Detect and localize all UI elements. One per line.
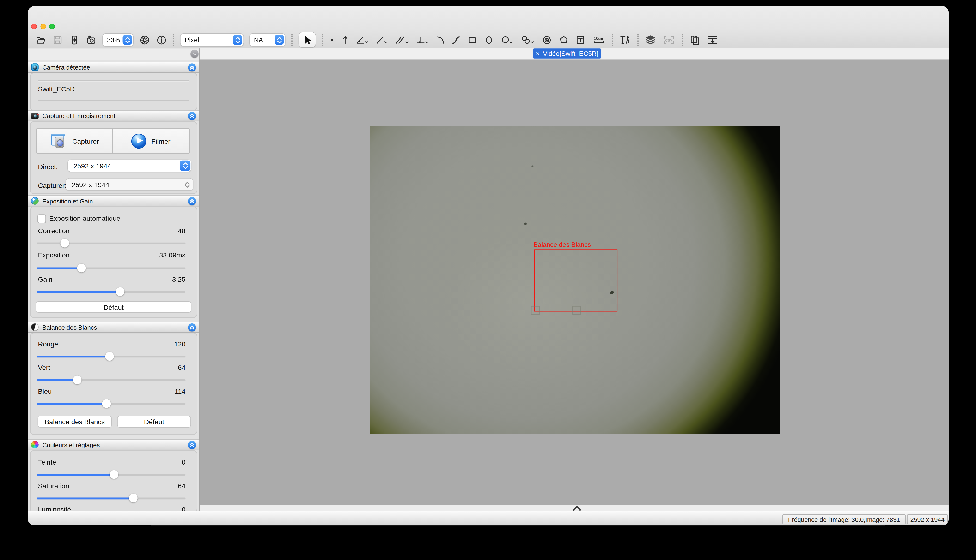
section-title: Balance des Blancs — [42, 324, 97, 331]
zoom-level-select[interactable]: 33% — [103, 33, 133, 46]
blue-slider[interactable] — [37, 399, 186, 408]
slider-thumb[interactable] — [77, 264, 86, 272]
objective-na-select[interactable]: NA — [249, 33, 285, 46]
collapse-section-button[interactable] — [188, 197, 196, 205]
status-bar: Fréquence de l'Image: 30.0,Image: 7831 2… — [28, 510, 949, 525]
roi-handle[interactable] — [572, 306, 581, 315]
dust-speck — [531, 165, 533, 167]
slider-thumb[interactable] — [60, 239, 69, 247]
slider-label: Gain — [38, 275, 52, 283]
exposure-slider[interactable] — [37, 264, 186, 272]
snap-resolution-label: Capturer: — [38, 182, 67, 189]
video-tab[interactable]: × Vidéo[Swift_EC5R] — [533, 48, 602, 58]
pointer-tool-button[interactable] — [299, 32, 316, 47]
slider-thumb[interactable] — [110, 470, 119, 479]
sidebar-collapse-button[interactable]: « — [191, 50, 199, 58]
rectangle-tool-icon[interactable] — [467, 33, 478, 46]
measurement-settings-icon[interactable] — [619, 33, 631, 46]
slider-value: 33.09ms — [159, 251, 186, 258]
slider-thumb[interactable] — [105, 352, 114, 361]
slider-thumb[interactable] — [129, 494, 138, 502]
toolbar-separator — [612, 33, 613, 46]
scale-bar-tool-icon[interactable]: 10um — [592, 33, 606, 46]
toolbar-separator — [637, 33, 638, 46]
color-wheel-icon — [31, 441, 38, 448]
curve-tool-icon[interactable] — [451, 33, 461, 46]
auto-exposure-label: Exposition automatique — [49, 215, 120, 222]
save-icon[interactable] — [52, 33, 63, 46]
white-balance-roi-rect[interactable] — [534, 249, 617, 312]
minimize-window-button[interactable] — [40, 23, 46, 29]
snap-resolution-select[interactable]: 2592 x 1944 — [66, 178, 193, 190]
info-icon[interactable] — [156, 33, 167, 46]
collapse-section-button[interactable] — [188, 112, 196, 120]
slider-thumb[interactable] — [102, 399, 111, 408]
angle-tool-icon[interactable] — [356, 33, 369, 46]
point-tool-icon[interactable] — [329, 33, 335, 46]
expand-bottom-panel-chevron-icon[interactable] — [572, 505, 583, 511]
stepper-icon — [274, 35, 284, 45]
section-header-colors: Couleurs et réglages — [28, 439, 199, 450]
stepper-icon — [123, 35, 132, 45]
slider-label: Rouge — [38, 340, 58, 348]
camera-device-name[interactable]: Swift_EC5R — [38, 85, 75, 93]
layers-icon[interactable] — [645, 33, 656, 46]
circle-tool-icon[interactable] — [500, 33, 514, 46]
time-lapse-capture-icon[interactable] — [86, 33, 97, 46]
polygon-tool-icon[interactable] — [558, 33, 569, 46]
roi-handle[interactable] — [531, 306, 540, 315]
parallel-lines-tool-icon[interactable] — [394, 33, 409, 46]
unit-select[interactable]: Pixel — [180, 33, 244, 46]
close-window-button[interactable] — [31, 23, 37, 29]
capture-photo-icon — [51, 133, 67, 148]
slider-value: 48 — [178, 227, 186, 234]
slider-value: 120 — [174, 340, 186, 348]
text-tool-icon[interactable] — [575, 33, 586, 46]
collapse-section-button[interactable] — [188, 440, 196, 449]
csv-export-icon[interactable]: CSV — [662, 33, 675, 46]
line-tool-icon[interactable] — [375, 33, 388, 46]
collapse-section-button[interactable] — [188, 323, 196, 331]
white-balance-button[interactable]: Balance des Blancs — [38, 416, 112, 427]
white-balance-roi-label: Balance des Blancs — [533, 241, 591, 248]
record-video-button[interactable]: Filmer — [112, 128, 190, 153]
zoom-level-value: 33% — [103, 36, 123, 43]
section-header-capture: Capture et Enregistrement — [28, 110, 199, 122]
slider-thumb[interactable] — [116, 287, 124, 296]
ellipse-tool-icon[interactable] — [484, 33, 494, 46]
slider-thumb[interactable] — [72, 375, 81, 384]
saturation-slider[interactable] — [37, 494, 186, 502]
export-image-icon[interactable] — [707, 33, 718, 46]
quick-record-icon[interactable] — [69, 33, 80, 46]
live-video-view: Balance des Blancs — [370, 126, 780, 434]
capture-photo-button[interactable]: Capturer — [36, 128, 114, 153]
white-balance-default-button[interactable]: Défaut — [118, 416, 191, 427]
arc-tool-icon[interactable] — [436, 33, 445, 46]
red-slider[interactable] — [37, 352, 186, 361]
collapse-section-button[interactable] — [188, 63, 196, 71]
copy-icon[interactable] — [689, 33, 701, 46]
two-circles-tool-icon[interactable] — [520, 33, 535, 46]
toolbar-separator — [173, 33, 174, 46]
live-resolution-select[interactable]: 2592 x 1944 — [68, 160, 191, 172]
tab-close-icon[interactable]: × — [536, 50, 540, 57]
arrow-tool-icon[interactable] — [341, 33, 349, 46]
slider-value: 3.25 — [172, 275, 186, 283]
green-slider[interactable] — [37, 375, 186, 384]
dust-speck — [524, 222, 527, 225]
settings-gear-icon[interactable] — [140, 33, 150, 46]
zoom-window-button[interactable] — [49, 23, 55, 29]
correction-slider[interactable] — [37, 239, 186, 247]
auto-exposure-checkbox[interactable] — [37, 215, 46, 223]
annulus-tool-icon[interactable] — [541, 33, 552, 46]
section-header-exposure: + Exposition et Gain — [28, 195, 199, 207]
perpendicular-tool-icon[interactable] — [416, 33, 430, 46]
slider-value: 0 — [182, 458, 186, 466]
gain-slider[interactable] — [37, 287, 186, 296]
exposure-default-button[interactable]: Défaut — [36, 302, 191, 312]
open-file-icon[interactable] — [35, 33, 46, 46]
slider-label: Correction — [38, 227, 70, 234]
slider-label: Teinte — [38, 458, 56, 466]
hue-slider[interactable] — [37, 470, 186, 479]
exposure-icon: + — [31, 197, 38, 205]
